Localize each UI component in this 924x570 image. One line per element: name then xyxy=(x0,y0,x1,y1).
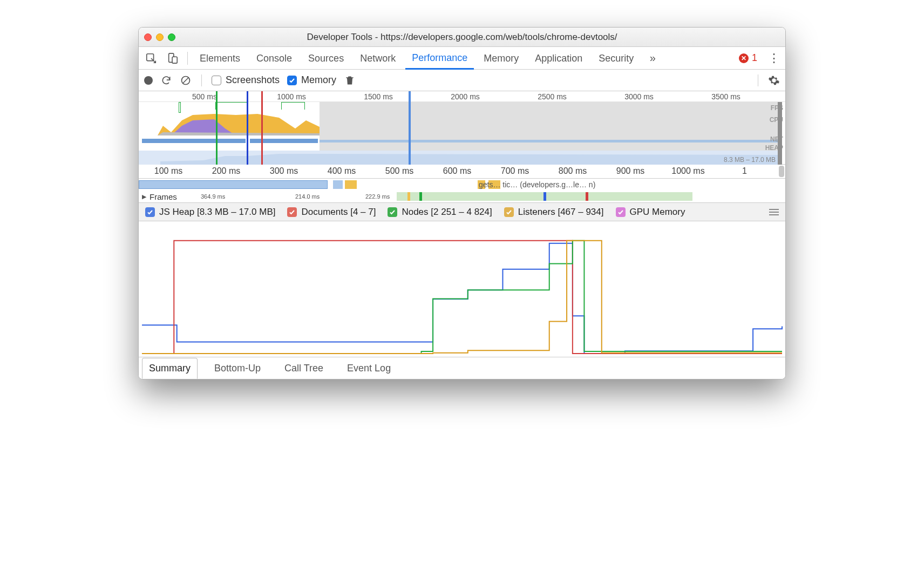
legend-checkbox-icon xyxy=(145,207,155,217)
ruler-tick: 900 ms xyxy=(616,166,644,176)
screenshots-label: Screenshots xyxy=(226,74,280,86)
svg-line-4 xyxy=(183,78,188,83)
settings-gear-icon[interactable] xyxy=(768,74,780,86)
checkbox-on-icon xyxy=(287,76,297,85)
net-bar xyxy=(250,139,318,143)
checkbox-off-icon xyxy=(212,76,221,85)
fps-bar xyxy=(215,102,248,110)
devtools-window: Developer Tools - https://developers.goo… xyxy=(138,27,786,379)
frame-marker xyxy=(586,192,588,201)
divider xyxy=(758,74,758,86)
legend-gpu[interactable]: GPU Memory xyxy=(616,207,685,218)
vertical-scrollbar[interactable] xyxy=(779,166,784,177)
legend-listeners-label: Listeners [467 – 934] xyxy=(518,207,604,218)
tab-call-tree[interactable]: Call Tree xyxy=(277,358,330,379)
frame-timing: 222.9 ms xyxy=(365,193,390,200)
legend-checkbox-icon xyxy=(504,207,514,217)
ruler-tick: 700 ms xyxy=(501,166,529,176)
tab-performance[interactable]: Performance xyxy=(405,47,474,70)
flame-panel[interactable]: ▶Network lopers.google.com/ (developers.… xyxy=(139,179,785,203)
clear-icon[interactable] xyxy=(180,74,192,86)
legend-nodes-label: Nodes [2 251 – 4 824] xyxy=(402,207,492,218)
error-badge[interactable]: ✕ 1 xyxy=(739,52,757,64)
tab-console[interactable]: Console xyxy=(250,48,298,69)
ruler-tick: 500 ms xyxy=(192,92,217,101)
memory-checkbox[interactable]: Memory xyxy=(287,74,336,86)
frame-marker xyxy=(419,192,422,201)
overview-body[interactable]: 8.3 MB – 17.0 MB FPS CPU NET HEAP xyxy=(139,102,785,165)
marker-green xyxy=(216,91,218,165)
tab-summary[interactable]: Summary xyxy=(142,358,198,379)
frames-row[interactable]: ▶Frames 364.9 ms 214.0 ms 222.9 ms xyxy=(139,191,785,202)
legend-checkbox-icon xyxy=(388,207,397,217)
heap-bar xyxy=(139,151,778,165)
frame-marker xyxy=(407,192,410,201)
tab-application[interactable]: Application xyxy=(528,48,589,69)
legend-checkbox-icon xyxy=(287,207,297,217)
frame-timing: 364.9 ms xyxy=(201,193,225,200)
reload-icon[interactable] xyxy=(160,74,172,86)
network-bar xyxy=(345,180,357,189)
net-bar xyxy=(320,140,778,142)
tab-security[interactable]: Security xyxy=(592,48,640,69)
ruler-tick: 1000 ms xyxy=(277,92,306,101)
window-title: Developer Tools - https://developers.goo… xyxy=(139,32,785,43)
ruler-tick: 1 xyxy=(742,166,747,176)
cpu-chart xyxy=(139,110,320,137)
marker-red xyxy=(261,91,263,165)
legend-documents[interactable]: Documents [4 – 7] xyxy=(287,207,376,218)
legend-menu-icon[interactable] xyxy=(769,209,779,215)
ruler-tick: 800 ms xyxy=(559,166,587,176)
frames-label: Frames xyxy=(150,192,177,201)
ruler-tick: 600 ms xyxy=(443,166,471,176)
ruler-tick: 200 ms xyxy=(212,166,240,176)
ruler-tick: 1000 ms xyxy=(671,166,704,176)
tab-network[interactable]: Network xyxy=(354,48,402,69)
overview-timeline[interactable]: 500 ms 1000 ms 1500 ms 2000 ms 2500 ms 3… xyxy=(139,91,785,165)
delete-icon[interactable] xyxy=(344,74,356,86)
ruler-tick: 2500 ms xyxy=(538,92,567,101)
tab-sources[interactable]: Sources xyxy=(302,48,350,69)
tab-memory[interactable]: Memory xyxy=(477,48,525,69)
detail-ruler[interactable]: 100 ms 200 ms 300 ms 400 ms 500 ms 600 m… xyxy=(139,165,785,179)
tab-bottom-up[interactable]: Bottom-Up xyxy=(207,358,268,379)
network-bar xyxy=(139,180,328,189)
memory-legend: JS Heap [8.3 MB – 17.0 MB] Documents [4 … xyxy=(139,203,785,221)
frame-marker xyxy=(543,192,546,201)
overview-right-handle[interactable] xyxy=(778,102,782,165)
legend-documents-label: Documents [4 – 7] xyxy=(301,207,376,218)
ruler-tick: 3000 ms xyxy=(624,92,654,101)
ruler-tick: 3500 ms xyxy=(711,92,740,101)
tab-elements[interactable]: Elements xyxy=(193,48,247,69)
device-toggle-icon[interactable] xyxy=(164,49,182,67)
ruler-tick: 100 ms xyxy=(154,166,182,176)
ruler-tick: 2000 ms xyxy=(451,92,480,101)
inspect-icon[interactable] xyxy=(142,49,160,67)
error-icon: ✕ xyxy=(739,53,749,63)
fps-bar xyxy=(179,102,181,113)
svg-rect-2 xyxy=(172,57,177,63)
legend-listeners[interactable]: Listeners [467 – 934] xyxy=(504,207,604,218)
legend-nodes[interactable]: Nodes [2 251 – 4 824] xyxy=(388,207,492,218)
frame-timing: 214.0 ms xyxy=(295,193,320,200)
disclosure-triangle-icon[interactable]: ▶ xyxy=(142,193,146,200)
memory-chart[interactable] xyxy=(139,221,785,357)
playhead[interactable] xyxy=(409,91,411,165)
marker-blue xyxy=(247,91,248,165)
summary-tabs: Summary Bottom-Up Call Tree Event Log xyxy=(139,357,785,379)
net-bar xyxy=(142,139,246,143)
network-row[interactable]: ▶Network lopers.google.com/ (developers.… xyxy=(139,179,785,191)
network-bar xyxy=(333,180,343,189)
record-button[interactable] xyxy=(144,76,153,85)
window-titlebar: Developer Tools - https://developers.goo… xyxy=(139,28,785,47)
ruler-tick: 1500 ms xyxy=(364,92,393,101)
tab-event-log[interactable]: Event Log xyxy=(340,358,398,379)
perf-toolbar: Screenshots Memory xyxy=(139,70,785,91)
more-tabs-icon[interactable]: » xyxy=(643,49,662,67)
kebab-menu-icon[interactable]: ⋮ xyxy=(766,51,782,65)
network-filler2: gets… tic… (developers.g…le… n) xyxy=(479,180,595,189)
heap-range-label: 8.3 MB – 17.0 MB xyxy=(724,156,776,164)
legend-gpu-label: GPU Memory xyxy=(630,207,685,218)
legend-js-heap[interactable]: JS Heap [8.3 MB – 17.0 MB] xyxy=(145,207,275,218)
screenshots-checkbox[interactable]: Screenshots xyxy=(212,74,280,86)
